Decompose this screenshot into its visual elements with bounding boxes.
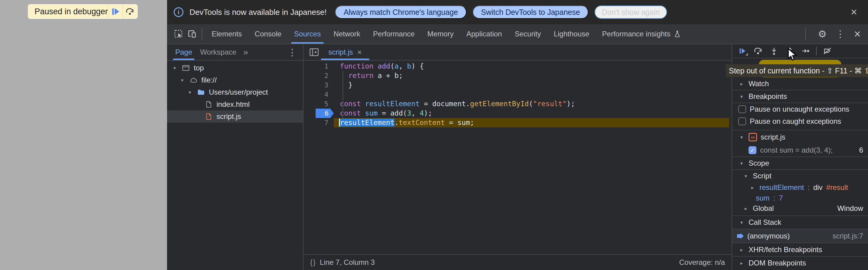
line-number-gutter[interactable]: 3	[304, 80, 334, 90]
tab-workspace[interactable]: Workspace	[196, 44, 241, 60]
code-text[interactable]: }	[334, 80, 732, 90]
collapsed-arrow-icon: ▸	[738, 260, 745, 266]
tree-item-top[interactable]: ▾top	[167, 62, 303, 74]
step-button[interactable]	[798, 44, 813, 58]
breakpoint-marker[interactable]: 6	[316, 109, 334, 118]
main-tab-memory[interactable]: Memory	[421, 24, 460, 44]
tree-item-file-[interactable]: ▾file://	[167, 74, 303, 86]
deactivate-breakpoints-button[interactable]	[819, 44, 835, 58]
main-tab-label: Memory	[428, 30, 454, 38]
main-tab-elements[interactable]: Elements	[205, 24, 248, 44]
line-number-gutter[interactable]: 6	[304, 109, 334, 118]
code-token	[373, 62, 378, 70]
call-stack-label: Call Stack	[748, 218, 781, 227]
toolbar-separator	[202, 28, 202, 40]
always-match-language-button[interactable]: Always match Chrome's language	[335, 5, 466, 19]
line-number-gutter[interactable]: 5	[304, 99, 334, 109]
collapsed-arrow-icon: ▸	[749, 185, 756, 190]
line-number-gutter[interactable]: 2	[304, 71, 334, 80]
xhr-breakpoints-label: XHR/fetch Breakpoints	[748, 245, 822, 254]
main-tab-network[interactable]: Network	[327, 24, 367, 44]
breakpoint-enabled-checkbox[interactable]: ✓	[748, 146, 756, 154]
editor-tab-script-js[interactable]: script.js ×	[321, 44, 369, 60]
line-number-gutter[interactable]: 1	[304, 62, 334, 71]
code-line-3: 3 }	[304, 80, 732, 90]
dom-breakpoints-label: DOM Breakpoints	[748, 259, 806, 267]
main-tab-performance[interactable]: Performance	[367, 24, 421, 44]
main-tab-label: Security	[515, 30, 541, 38]
resume-script-button[interactable]	[108, 5, 123, 18]
section-xhr-breakpoints[interactable]: ▸ XHR/fetch Breakpoints	[732, 243, 868, 256]
breakpoint-source-text: const sum = add(3, 4);	[760, 146, 856, 154]
tree-item-script-js[interactable]: script.js	[167, 111, 303, 123]
main-tab-performance-insights[interactable]: Performance insights	[596, 24, 688, 44]
code-token: getElementById	[470, 100, 529, 108]
folder-icon	[196, 88, 206, 97]
call-stack-frame[interactable]: (anonymous) script.js:7	[732, 229, 868, 243]
section-scope[interactable]: ▾ Scope	[732, 156, 868, 170]
code-text[interactable]: resultElement.textContent = sum;	[334, 118, 729, 127]
resume-icon	[738, 47, 747, 56]
tree-item-users-user-project[interactable]: ▾Users/user/project	[167, 86, 303, 98]
main-tab-sources[interactable]: Sources	[288, 24, 327, 44]
main-tab-lighthouse[interactable]: Lighthouse	[547, 24, 595, 44]
paused-in-debugger-banner: Paused in debugger	[28, 4, 137, 19]
line-number-gutter[interactable]: 4	[304, 90, 334, 99]
section-breakpoints[interactable]: ▾ Breakpoints	[732, 90, 868, 103]
pause-caught-label: Pause on caught exceptions	[750, 117, 841, 126]
step-into-button[interactable]	[766, 44, 782, 58]
global-value: Window	[837, 204, 868, 213]
line-number-gutter[interactable]: 7	[304, 118, 334, 127]
code-editor: 1function add(a, b) {2 return a + b;3 }4…	[304, 61, 732, 254]
breakpoint-file-group[interactable]: ▾ ‹› script.js	[732, 130, 868, 144]
hide-navigator-button[interactable]	[307, 44, 321, 60]
section-watch[interactable]: ▸ Watch	[732, 78, 868, 90]
close-devtools-icon[interactable]: ×	[854, 28, 861, 40]
section-call-stack[interactable]: ▾ Call Stack	[732, 216, 868, 229]
code-token: (	[390, 62, 395, 70]
navigator-tabs: Page Workspace » ⋮	[167, 44, 303, 61]
code-text[interactable]: const sum = add(3, 4);	[334, 109, 732, 118]
step-over-button-banner[interactable]	[123, 5, 137, 18]
main-tab-security[interactable]: Security	[508, 24, 548, 44]
device-toolbar-button[interactable]	[185, 27, 198, 41]
code-text[interactable]: const resultElement = document.getElemen…	[334, 99, 732, 109]
pause-uncaught-checkbox[interactable]	[738, 105, 746, 113]
more-options-kebab-icon[interactable]: ⋮	[836, 29, 845, 38]
code-text[interactable]: return a + b;	[334, 71, 732, 80]
section-dom-breakpoints[interactable]: ▸ DOM Breakpoints	[732, 256, 868, 269]
pretty-print-icon[interactable]: { }	[310, 259, 315, 267]
infobar-close-icon[interactable]: ×	[851, 7, 861, 18]
inspect-element-button[interactable]	[172, 27, 185, 41]
editor-tab-close-icon[interactable]: ×	[357, 48, 362, 57]
main-tab-console[interactable]: Console	[248, 24, 288, 44]
main-tab-application[interactable]: Application	[460, 24, 508, 44]
dont-show-again-button[interactable]: Don't show again	[594, 5, 667, 19]
collapsed-arrow-icon: ▸	[738, 247, 745, 253]
editor-pane: script.js × 1function add(a, b) {2 retur…	[304, 44, 732, 270]
collapsed-arrow-icon: ▸	[738, 81, 745, 87]
code-text[interactable]	[334, 90, 732, 99]
scope-script-group[interactable]: ▾ Script	[732, 170, 868, 182]
step-over-button[interactable]	[750, 44, 766, 58]
code-text[interactable]: function add(a, b) {	[334, 62, 732, 71]
cloud-icon	[189, 76, 198, 85]
tree-item-index-html[interactable]: index.html	[167, 98, 303, 111]
breakpoint-entry[interactable]: ✓ const sum = add(3, 4); 6	[732, 144, 868, 156]
scope-variable-row[interactable]: sum: 7	[732, 193, 868, 203]
scope-global-group[interactable]: ▸ Global Window	[732, 203, 868, 214]
expanded-arrow-icon: ▾	[179, 78, 186, 83]
resume-icon	[112, 8, 119, 15]
scope-variable-row[interactable]: ▸ resultElement: div#result	[732, 182, 868, 193]
settings-gear-icon[interactable]: ⚙	[818, 29, 827, 39]
tab-page[interactable]: Page	[171, 44, 196, 60]
pause-caught-checkbox[interactable]	[738, 117, 746, 125]
frame-location: script.js:7	[833, 232, 868, 240]
navigator-menu-kebab-icon[interactable]: ⋮	[288, 47, 299, 58]
resume-script-execution-button[interactable]	[735, 44, 750, 58]
device-toolbar-icon	[187, 29, 197, 39]
more-tabs-chevron-icon[interactable]: »	[241, 47, 251, 57]
switch-to-japanese-button[interactable]: Switch DevTools to Japanese	[473, 5, 589, 19]
code-token: add	[378, 62, 391, 70]
main-tab-label: Lighthouse	[554, 30, 589, 38]
